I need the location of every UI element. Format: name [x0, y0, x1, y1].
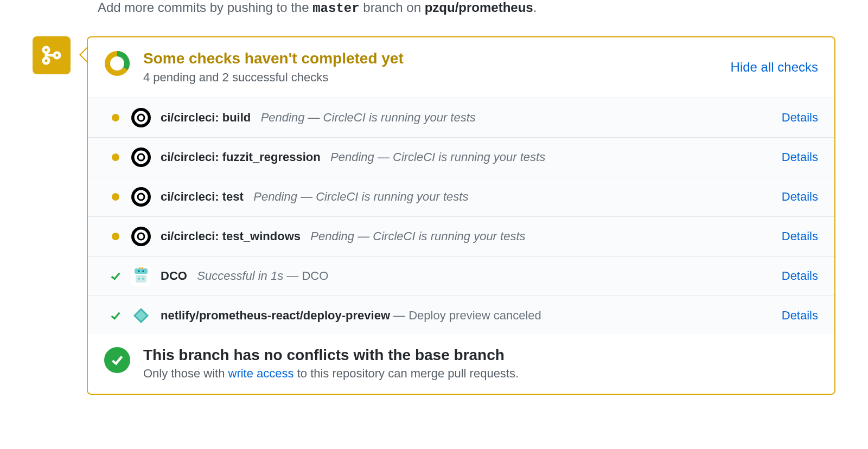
- svg-point-7: [139, 115, 144, 120]
- check-text: ci/circleci: fuzzit_regression Pending —…: [161, 150, 772, 164]
- dash-sep: —: [354, 229, 373, 243]
- dco-avatar-icon: [131, 266, 151, 286]
- dash-sep: —: [390, 309, 409, 322]
- dash-sep: —: [297, 190, 316, 203]
- svg-point-21: [138, 278, 140, 280]
- svg-point-2: [54, 53, 60, 58]
- check-row: DCO Successful in 1s — DCODetails: [88, 256, 834, 296]
- svg-rect-24: [142, 267, 143, 269]
- success-check-icon: [110, 270, 122, 282]
- conflicts-title: This branch has no conflicts with the ba…: [143, 347, 818, 364]
- check-message: CircleCI is running your tests: [373, 229, 525, 243]
- hint-repo: pzqu/prometheus: [425, 0, 533, 15]
- dash-sep: —: [304, 111, 323, 124]
- check-message: CircleCI is running your tests: [393, 150, 545, 164]
- pending-dot-icon: [112, 193, 119, 201]
- box-caret: [79, 47, 87, 62]
- toggle-checks-link[interactable]: Hide all checks: [731, 60, 818, 75]
- checks-summary-title: Some checks haven't completed yet: [143, 50, 718, 67]
- dash-sep: —: [283, 269, 302, 283]
- svg-point-20: [142, 270, 144, 272]
- check-message: Deploy preview canceled: [409, 309, 541, 322]
- check-details-link[interactable]: Details: [782, 269, 818, 283]
- svg-rect-17: [135, 268, 148, 274]
- svg-point-19: [138, 270, 140, 272]
- check-name: DCO: [161, 269, 187, 283]
- check-text: netlify/prometheus-react/deploy-preview …: [161, 309, 772, 323]
- check-text: ci/circleci: build Pending — CircleCI is…: [161, 111, 772, 125]
- circleci-avatar-icon: [131, 147, 151, 167]
- status-donut-icon: [104, 50, 130, 76]
- check-row: netlify/prometheus-react/deploy-preview …: [88, 296, 834, 334]
- hint-mid: branch on: [363, 0, 424, 15]
- checks-summary: Some checks haven't completed yet 4 pend…: [88, 37, 834, 98]
- conflicts-subtitle: Only those with write access to this rep…: [143, 367, 818, 381]
- push-hint: Add more commits by pushing to the maste…: [98, 0, 835, 17]
- checks-list: ci/circleci: build Pending — CircleCI is…: [88, 98, 834, 334]
- dash-sep: —: [374, 150, 393, 164]
- check-text: ci/circleci: test_windows Pending — Circ…: [161, 229, 772, 243]
- check-status: Pending: [330, 150, 374, 164]
- check-details-link[interactable]: Details: [782, 309, 818, 323]
- svg-point-1: [43, 58, 49, 63]
- write-access-link[interactable]: write access: [228, 367, 294, 380]
- circleci-avatar-icon: [131, 227, 151, 246]
- check-details-link[interactable]: Details: [782, 111, 818, 125]
- git-merge-icon: [41, 44, 62, 66]
- check-status: Pending: [310, 229, 354, 243]
- check-row: ci/circleci: fuzzit_regression Pending —…: [88, 138, 834, 177]
- conflicts-sub-pre: Only those with: [143, 367, 228, 380]
- success-check-icon: [110, 310, 122, 322]
- conflicts-summary: This branch has no conflicts with the ba…: [88, 334, 834, 394]
- checks-summary-subtitle: 4 pending and 2 successful checks: [143, 70, 718, 85]
- check-name: ci/circleci: build: [161, 111, 251, 124]
- check-row: ci/circleci: build Pending — CircleCI is…: [88, 98, 834, 138]
- hint-suffix: .: [533, 0, 537, 15]
- svg-point-10: [139, 155, 144, 159]
- check-name: ci/circleci: test_windows: [161, 229, 301, 243]
- merge-status-box: Some checks haven't completed yet 4 pend…: [87, 36, 835, 395]
- conflicts-sub-post: to this repository can merge pull reques…: [294, 367, 519, 380]
- check-details-link[interactable]: Details: [782, 190, 818, 204]
- check-details-link[interactable]: Details: [782, 229, 818, 243]
- circleci-avatar-icon: [131, 187, 151, 207]
- check-status: Pending: [261, 111, 305, 124]
- check-message: CircleCI is running your tests: [316, 190, 468, 203]
- check-row: ci/circleci: test_windows Pending — Circ…: [88, 217, 834, 256]
- check-name: ci/circleci: test: [161, 190, 244, 203]
- check-text: ci/circleci: test Pending — CircleCI is …: [161, 190, 772, 204]
- check-row: ci/circleci: test Pending — CircleCI is …: [88, 177, 834, 217]
- hint-prefix: Add more commits by pushing to the: [98, 0, 312, 15]
- pending-dot-icon: [112, 114, 119, 121]
- check-status: Successful in 1s: [197, 269, 283, 283]
- pending-dot-icon: [112, 233, 119, 240]
- svg-point-16: [139, 234, 144, 239]
- hint-branch: master: [312, 1, 359, 16]
- svg-point-0: [43, 47, 49, 53]
- check-message: DCO: [302, 269, 328, 283]
- check-message: CircleCI is running your tests: [323, 111, 476, 124]
- check-text: DCO Successful in 1s — DCO: [161, 269, 772, 283]
- svg-point-22: [142, 278, 144, 280]
- merge-timeline-badge: [33, 36, 71, 74]
- pending-dot-icon: [112, 153, 119, 161]
- check-name: ci/circleci: fuzzit_regression: [161, 150, 321, 164]
- check-details-link[interactable]: Details: [782, 150, 818, 164]
- netlify-avatar-icon: [131, 306, 151, 325]
- check-name: netlify/prometheus-react/deploy-preview: [161, 309, 390, 322]
- check-status: Pending: [253, 190, 297, 203]
- svg-rect-18: [136, 275, 146, 283]
- circleci-avatar-icon: [131, 108, 151, 127]
- svg-point-13: [139, 194, 144, 199]
- svg-rect-23: [139, 267, 141, 269]
- success-circle-icon: [104, 347, 130, 373]
